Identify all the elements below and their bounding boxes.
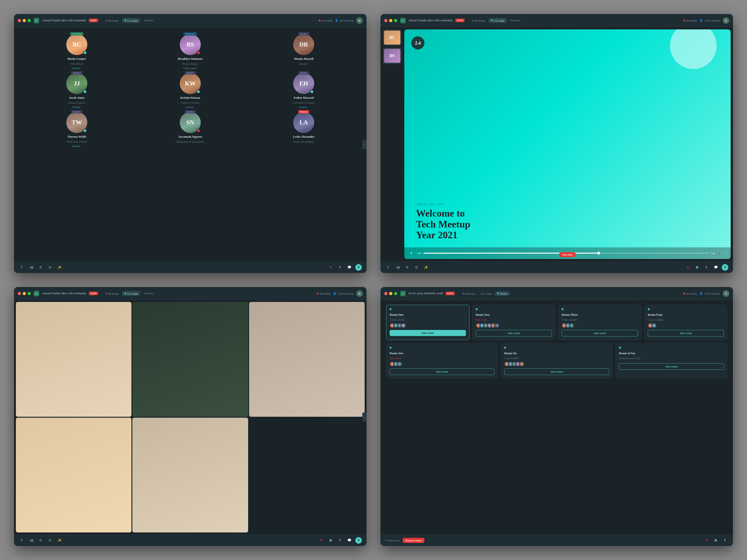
- layout-icon-2[interactable]: ⊞: [413, 264, 420, 271]
- join-room-four-button[interactable]: Join room: [648, 330, 724, 337]
- effects-icon[interactable]: ✨: [56, 264, 62, 271]
- end-button[interactable]: ✕: [327, 264, 334, 271]
- room-avatars-two: A B C D E +6: [476, 323, 552, 328]
- chat-icon-2[interactable]: 💬: [713, 264, 719, 271]
- join-room-two-button[interactable]: Join room: [476, 330, 552, 337]
- title-leslie: Product Development: [293, 140, 314, 143]
- stop-icon-4[interactable]: ⏹: [713, 537, 719, 544]
- titlebar-right: Recording 👤 426 watching B: [319, 17, 363, 24]
- end-button-2[interactable]: ✕: [685, 264, 691, 271]
- camera-icon-2[interactable]: 📹: [394, 264, 401, 271]
- tab-rooms-4[interactable]: Rooms: [495, 291, 510, 296]
- room-card-seven: Room Se7en Be the first one to join Join…: [616, 343, 727, 378]
- close-button-2[interactable]: [384, 19, 387, 22]
- minimize-button-3[interactable]: [23, 292, 26, 295]
- tab-backstage-2[interactable]: ⏸ Backstage: [469, 18, 488, 23]
- chat-icon[interactable]: 💬: [346, 264, 353, 271]
- watching-badge-3: 👤 2,340 watching: [333, 292, 354, 295]
- panel-backstage: 86 Annual Founder Q&A with community LIV…: [14, 14, 366, 273]
- close-button-3[interactable]: [18, 292, 21, 295]
- tab-rooms-2[interactable]: ✦ Rooms: [508, 18, 522, 23]
- stage-thumb-1[interactable]: BC: [383, 29, 402, 46]
- go-live-button[interactable]: ⚙: [355, 264, 362, 271]
- end-button-3[interactable]: ✕: [318, 537, 325, 544]
- camera-icon-3[interactable]: 📹: [28, 537, 34, 544]
- participant-savannah: SN Speaker Savannah Nguyen Making apps f…: [135, 112, 245, 147]
- room-avatars-four: A B: [648, 323, 724, 328]
- layout-icon[interactable]: ⊞: [47, 264, 53, 271]
- tab-live-stage-4[interactable]: Live stage: [479, 291, 494, 296]
- screen-icon-2[interactable]: 🖥: [404, 264, 410, 271]
- room-card-two: Room Two Fully seated A B C D E +6 Join …: [472, 305, 556, 340]
- end-button-4[interactable]: ✕: [703, 537, 710, 544]
- user-avatar[interactable]: B: [356, 17, 363, 24]
- sidebar-collapse-arrow-3[interactable]: ‹: [362, 412, 366, 422]
- stage-thumb-2[interactable]: BS: [383, 48, 402, 64]
- maximize-button-4[interactable]: [394, 292, 397, 295]
- screen-icon[interactable]: 🖥: [37, 264, 44, 271]
- tab-backstage-4[interactable]: ⏸ Backstage: [459, 291, 478, 296]
- mic-icon[interactable]: 🎙: [19, 264, 25, 271]
- minimize-button[interactable]: [23, 19, 26, 22]
- user-avatar-2[interactable]: B: [723, 17, 729, 24]
- effects-icon-2[interactable]: ✨: [422, 264, 429, 271]
- join-room-one-button[interactable]: Join room: [390, 330, 466, 336]
- panel-livestage: 86 Annual Founder Q&A with community LIV…: [381, 14, 733, 273]
- maximize-button-2[interactable]: [394, 19, 397, 22]
- hand-icon-3[interactable]: ⬇: [337, 537, 343, 544]
- user-avatar-3[interactable]: B: [356, 290, 363, 297]
- hand-icon-4[interactable]: ⬇: [722, 537, 728, 544]
- go-live-button-2[interactable]: ⚙: [722, 264, 728, 271]
- minimize-button-2[interactable]: [389, 19, 392, 22]
- rooms-grid-top: Room One 2 seats available A B C D Join …: [386, 305, 727, 340]
- tab-rooms-3[interactable]: ✦ Rooms: [141, 291, 156, 296]
- sidebar-collapse-arrow[interactable]: ‹: [362, 139, 366, 149]
- tab-backstage-3[interactable]: ⏸ Backstage: [103, 291, 121, 296]
- camera-icon[interactable]: 📹: [28, 264, 34, 271]
- go-live-button-3[interactable]: ⚙: [355, 537, 362, 544]
- fullscreen-icon[interactable]: ⛶: [724, 251, 727, 255]
- title-jacob: Software Engineer: [68, 102, 86, 104]
- volume-icon[interactable]: 🔊: [717, 251, 721, 255]
- stop-icon-3[interactable]: ⏹: [327, 537, 334, 544]
- play-icon[interactable]: ⏸: [408, 250, 415, 257]
- tab-rooms[interactable]: ✦ Rooms: [141, 18, 156, 23]
- stop-icon-2[interactable]: ⏹: [694, 264, 700, 271]
- stop-video-button[interactable]: Stop video: [559, 252, 576, 257]
- room-avatars-six: A B C D E: [504, 362, 609, 367]
- effects-icon-3[interactable]: ✨: [56, 537, 62, 544]
- tab-backstage[interactable]: ⏸ Backstage: [103, 18, 121, 23]
- maximize-button-3[interactable]: [28, 292, 31, 295]
- toolbar-livestage: 🎙 📹 🖥 ⊞ ✨ ✕ ⏹ ⬇ 💬 ⚙: [381, 261, 733, 273]
- tab-live-stage-2[interactable]: Live stage: [489, 18, 507, 23]
- room-avatar-4: D: [401, 323, 406, 328]
- screen-icon-3[interactable]: 🖥: [37, 537, 44, 544]
- role-badge-dianne: Speaker: [298, 32, 309, 35]
- layout-icon-3[interactable]: ⊞: [47, 537, 53, 544]
- join-room-three-button[interactable]: Join room: [562, 330, 638, 337]
- join-room-six-button[interactable]: Join room: [504, 368, 609, 375]
- edit-rooms-button[interactable]: ✏ Edit rooms: [385, 539, 400, 542]
- close-button[interactable]: [18, 19, 21, 22]
- join-room-five-button[interactable]: Join room: [390, 368, 494, 375]
- nav-tabs-4: ⏸ Backstage Live stage Rooms: [459, 291, 510, 296]
- close-button-4[interactable]: [384, 292, 387, 295]
- user-avatar-4[interactable]: B: [723, 290, 729, 297]
- join-room-seven-button[interactable]: Join room: [619, 363, 724, 370]
- tab-live-stage[interactable]: Live stage: [122, 18, 140, 23]
- hand-icon-2[interactable]: ⬇: [703, 264, 710, 271]
- video-grid: [16, 302, 365, 532]
- room-seats-six: 1 seat available: [504, 357, 609, 359]
- recording-badge-4: Recording: [683, 292, 697, 295]
- mic-indicator-esther: [310, 90, 314, 94]
- mic-icon-3[interactable]: 🎙: [19, 537, 25, 544]
- maximize-button[interactable]: [28, 19, 31, 22]
- stage-heading: Welcome to Tech Meetup Year 2021: [416, 208, 470, 240]
- minimize-button-4[interactable]: [389, 292, 392, 295]
- chat-icon-3[interactable]: 💬: [346, 537, 353, 544]
- mic-icon-2[interactable]: 🎙: [385, 264, 392, 271]
- remove-rooms-button[interactable]: Remove rooms: [403, 538, 424, 543]
- event-title-4: Far far away, behind the world: [409, 292, 443, 295]
- hand-icon[interactable]: ⬇: [337, 264, 343, 271]
- tab-live-stage-3[interactable]: Live stage: [122, 291, 140, 296]
